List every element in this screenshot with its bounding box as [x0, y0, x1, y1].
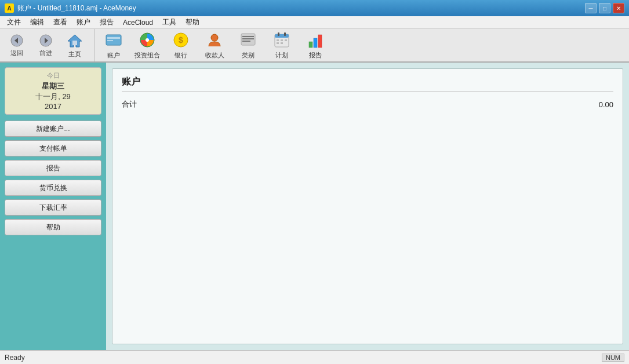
category-icon [239, 31, 257, 49]
svg-rect-19 [275, 34, 289, 38]
toolbar-category-button[interactable]: 类别 [231, 30, 265, 60]
close-button[interactable]: ✕ [613, 3, 624, 13]
schedule-label: 计划 [275, 51, 288, 60]
restore-button[interactable]: □ [599, 3, 610, 13]
svg-point-13 [211, 34, 218, 41]
accounts-panel: 账户 合计 0.00 [112, 68, 623, 344]
bank-label: 银行 [174, 51, 187, 60]
menu-item-账户[interactable]: 账户 [72, 16, 95, 28]
forward-icon [39, 34, 53, 48]
svg-rect-28 [314, 38, 317, 48]
sidebar-btn-pay-bill[interactable]: 支付帐单 [5, 140, 101, 156]
payee-icon [205, 31, 224, 49]
status-indicators: NUM [602, 354, 624, 362]
accounts-icon [104, 31, 123, 49]
menu-item-查看[interactable]: 查看 [49, 16, 72, 28]
svg-rect-25 [277, 42, 279, 44]
accounts-total-row: 合计 0.00 [122, 97, 613, 112]
forward-button[interactable]: 前进 [31, 30, 60, 60]
home-button[interactable]: 主页 [60, 30, 89, 60]
num-indicator: NUM [602, 354, 624, 362]
svg-rect-7 [107, 37, 120, 39]
window-title: 账户 - Untitled_11810.amj - AceMoney [17, 3, 136, 13]
title-bar: A 账户 - Untitled_11810.amj - AceMoney ─ □… [0, 0, 629, 16]
svg-rect-16 [242, 38, 254, 39]
svg-rect-24 [285, 39, 287, 41]
today-label: 今日 [9, 71, 97, 80]
payee-label: 收款人 [205, 51, 224, 60]
reports-label: 报告 [309, 51, 322, 60]
menu-item-报告[interactable]: 报告 [95, 16, 118, 28]
svg-text:$: $ [179, 35, 183, 45]
nav-buttons: 返回 前进 主页 [2, 29, 94, 61]
reports-icon [306, 31, 325, 49]
svg-rect-26 [281, 42, 283, 44]
schedule-icon [272, 31, 291, 49]
back-label: 返回 [10, 49, 23, 57]
minimize-button[interactable]: ─ [585, 3, 597, 13]
menu-bar: 文件编辑查看账户报告AceCloud工具帮助 [0, 16, 629, 29]
svg-rect-20 [278, 32, 279, 36]
ready-label: Ready [5, 354, 25, 362]
total-label: 合计 [122, 99, 137, 110]
svg-rect-23 [281, 39, 283, 41]
toolbar-bank-button[interactable]: $ 银行 [164, 30, 198, 60]
accounts-title: 账户 [122, 76, 613, 92]
svg-rect-15 [242, 36, 254, 37]
svg-rect-5 [72, 41, 77, 45]
sidebar-btn-reports[interactable]: 报告 [5, 160, 101, 176]
content-area: 账户 合计 0.00 [106, 63, 629, 350]
svg-rect-17 [242, 41, 250, 42]
menu-item-编辑[interactable]: 编辑 [26, 16, 49, 28]
menu-item-帮助[interactable]: 帮助 [181, 16, 204, 28]
home-label: 主页 [68, 50, 81, 59]
bank-icon: $ [172, 31, 190, 49]
toolbar-payee-button[interactable]: 收款人 [198, 30, 231, 60]
sidebar-btn-currency-exchange[interactable]: 货币兑换 [5, 180, 101, 196]
sidebar: 今日 星期三 十一月, 29 2017 新建账户...支付帐单报告货币兑换下载汇… [0, 63, 106, 350]
status-bar: Ready NUM [0, 350, 629, 364]
date-box: 今日 星期三 十一月, 29 2017 [5, 67, 101, 115]
svg-rect-21 [284, 32, 286, 36]
svg-rect-22 [277, 39, 279, 41]
toolbar-reports-button[interactable]: 报告 [299, 30, 332, 60]
date-line: 十一月, 29 [9, 92, 97, 102]
back-icon [10, 34, 24, 48]
portfolio-label: 投资组合 [134, 51, 160, 60]
menu-item-AceCloud[interactable]: AceCloud [118, 17, 158, 28]
menu-item-工具[interactable]: 工具 [158, 16, 181, 28]
sidebar-btn-help[interactable]: 帮助 [5, 219, 101, 235]
svg-rect-27 [309, 42, 312, 48]
home-icon [67, 32, 83, 49]
window-controls[interactable]: ─ □ ✕ [585, 3, 624, 13]
accounts-label: 账户 [107, 51, 120, 60]
sidebar-btn-new-account[interactable]: 新建账户... [5, 121, 101, 137]
toolbar-portfolio-button[interactable]: 投资组合 [130, 30, 164, 60]
forward-label: 前进 [39, 49, 52, 57]
sidebar-btn-download-rate[interactable]: 下载汇率 [5, 199, 101, 216]
toolbar-accounts-button[interactable]: 账户 [97, 30, 130, 60]
year-line: 2017 [9, 102, 97, 111]
portfolio-icon [138, 31, 157, 49]
category-label: 类别 [242, 51, 254, 60]
svg-point-10 [146, 38, 149, 42]
toolbar: 返回 前进 主页 [0, 29, 629, 63]
toolbar-schedule-button[interactable]: 计划 [265, 30, 299, 60]
toolbar-buttons: 账户 投资组合 $ 银行 [97, 30, 332, 60]
back-button[interactable]: 返回 [2, 30, 31, 60]
weekday: 星期三 [9, 81, 97, 92]
main-area: 今日 星期三 十一月, 29 2017 新建账户...支付帐单报告货币兑换下载汇… [0, 63, 629, 350]
total-value: 0.00 [599, 100, 613, 109]
app-icon: A [5, 3, 14, 13]
menu-item-文件[interactable]: 文件 [2, 16, 26, 28]
svg-rect-8 [107, 40, 113, 41]
svg-rect-29 [318, 35, 322, 48]
